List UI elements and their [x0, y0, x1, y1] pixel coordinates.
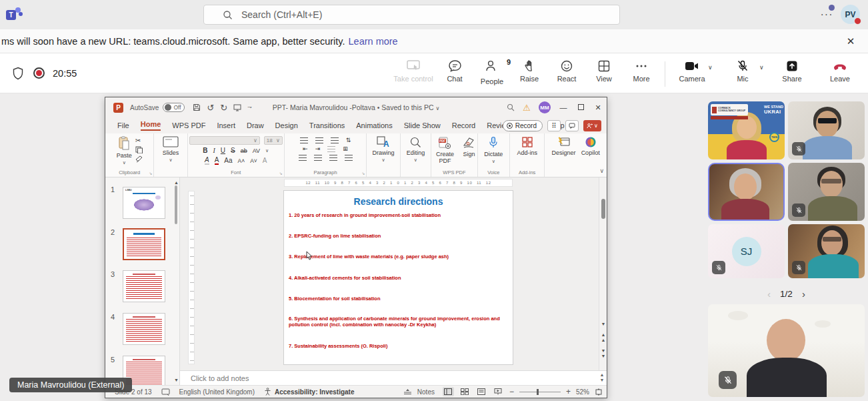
columns-icon[interactable]: [327, 146, 335, 152]
cut-icon[interactable]: ✂: [135, 137, 143, 144]
title-chevron-icon[interactable]: ∨: [435, 105, 439, 111]
format-painter-icon[interactable]: [135, 155, 143, 163]
notes-toggle-icon[interactable]: [403, 388, 412, 395]
participant-tile-2[interactable]: [788, 101, 865, 159]
camera-button[interactable]: Camera: [673, 59, 711, 89]
collapse-ribbon-icon[interactable]: ∨: [599, 167, 604, 174]
previous-slide-icon[interactable]: ▲▲: [599, 332, 607, 343]
editing-button[interactable]: Editing ∨: [407, 136, 425, 163]
slide-thumbnail-1[interactable]: LSBU: [123, 187, 165, 219]
double-strike-icon[interactable]: ab: [241, 148, 247, 154]
save-icon[interactable]: [193, 103, 201, 111]
view-button[interactable]: View: [585, 59, 623, 89]
thumbnails-scrollbar[interactable]: [175, 185, 177, 224]
clear-format-icon[interactable]: A: [263, 157, 267, 164]
zoom-out-icon[interactable]: −: [509, 387, 514, 396]
slideshow-icon[interactable]: [233, 103, 241, 111]
ppt-user-avatar[interactable]: MM: [539, 101, 551, 113]
mic-options-chevron-icon[interactable]: ∨: [759, 64, 764, 71]
slide-canvas[interactable]: Research directions 1. 20 years of resea…: [284, 191, 513, 364]
designer-button[interactable]: Designer: [552, 136, 576, 156]
tab-design[interactable]: Design: [275, 121, 298, 129]
participant-tile-large[interactable]: [708, 304, 865, 397]
warning-icon[interactable]: ⚠: [523, 103, 531, 113]
participant-tile-3-active-speaker[interactable]: [708, 163, 785, 221]
participant-tile-4[interactable]: [788, 163, 865, 221]
notes-scroll-icons[interactable]: ▲▼: [599, 372, 605, 383]
accessibility-status[interactable]: Accessibility: Investigate: [275, 388, 355, 396]
next-slide-icon[interactable]: ▼▼: [599, 348, 607, 359]
change-case-icon[interactable]: Aa: [224, 157, 232, 164]
decrease-indent-icon[interactable]: ⇤: [303, 146, 308, 152]
shrink-font-icon[interactable]: A˅: [250, 158, 257, 164]
dictate-button[interactable]: Dictate ∨: [484, 136, 503, 164]
font-launcher-icon[interactable]: ⇘: [279, 171, 283, 175]
participant-tile-1[interactable]: CORMACK CONSULTANCY GROUP WE STAND UKRAI…: [708, 101, 785, 159]
mic-button[interactable]: Mic: [724, 59, 761, 89]
slideshow-view-icon[interactable]: [493, 387, 504, 396]
undo-icon[interactable]: ↺: [207, 103, 214, 112]
leave-button[interactable]: Leave: [821, 59, 859, 89]
maximize-icon[interactable]: [576, 103, 585, 111]
numbering-icon[interactable]: [315, 137, 323, 143]
close-icon[interactable]: ✕: [593, 103, 603, 112]
minimize-icon[interactable]: —: [559, 103, 568, 111]
clipboard-launcher-icon[interactable]: ⇘: [149, 171, 152, 175]
addins-button[interactable]: Add-ins: [517, 136, 537, 156]
copy-icon[interactable]: [135, 146, 143, 153]
zoom-in-icon[interactable]: +: [566, 387, 571, 396]
qat-overflow-icon[interactable]: ⇁: [247, 105, 252, 110]
tab-draw[interactable]: Draw: [247, 121, 264, 129]
record-button[interactable]: Record: [503, 120, 543, 131]
fit-to-window-icon[interactable]: [595, 388, 603, 396]
zoom-slider-thumb[interactable]: [537, 389, 539, 395]
tab-transitions[interactable]: Transitions: [309, 121, 345, 129]
sort-text-icon[interactable]: ⇅: [346, 137, 351, 143]
language-indicator[interactable]: English (United Kingdom): [179, 388, 255, 396]
redo-icon[interactable]: ↻: [220, 103, 227, 112]
copilot-button[interactable]: Copilot: [581, 136, 600, 156]
people-button[interactable]: 9 People: [473, 59, 511, 89]
ppt-search-icon[interactable]: [507, 103, 515, 111]
display-settings-icon[interactable]: [161, 388, 170, 396]
char-spacing-icon[interactable]: AV: [253, 148, 260, 154]
comments-icon[interactable]: [565, 120, 579, 131]
bold-icon[interactable]: B: [203, 147, 207, 154]
thumbnails-scroll-up-icon[interactable]: ▲: [174, 180, 179, 185]
participant-tile-5[interactable]: SJ: [708, 224, 785, 278]
paste-button[interactable]: Paste ∨: [117, 136, 132, 165]
share-button[interactable]: Share: [773, 59, 811, 89]
tab-insert[interactable]: Insert: [217, 121, 235, 129]
notes-pane[interactable]: Click to add notes ▲▼: [180, 370, 607, 385]
zoom-slider[interactable]: [519, 392, 561, 392]
tab-wps-pdf[interactable]: WPS PDF: [172, 121, 205, 129]
tab-home[interactable]: Home: [141, 120, 161, 131]
camera-options-chevron-icon[interactable]: ∨: [708, 64, 713, 71]
create-pdf-button[interactable]: PDF Create PDF: [433, 136, 457, 164]
slide-thumbnail-2-selected[interactable]: [123, 228, 165, 260]
thumbnails-scroll-down-icon[interactable]: ▼: [174, 378, 179, 382]
increase-indent-icon[interactable]: ⇥: [315, 146, 321, 152]
strikethrough-icon[interactable]: S: [231, 147, 235, 154]
banner-close-icon[interactable]: ✕: [844, 35, 857, 48]
underline-icon[interactable]: U: [221, 147, 225, 154]
more-button[interactable]: More: [623, 59, 660, 89]
align-right-icon[interactable]: [329, 155, 337, 161]
drawing-button[interactable]: A Drawing ∨: [373, 136, 395, 163]
tab-animations[interactable]: Animations: [356, 121, 392, 129]
grow-font-icon[interactable]: A˄: [238, 158, 245, 164]
editor-scrollbar[interactable]: ▼ ▲▲ ▼▼: [599, 177, 607, 370]
search-input[interactable]: Search (Ctrl+Alt+E): [203, 5, 620, 25]
react-button[interactable]: React: [548, 59, 585, 89]
slide-thumbnail-4[interactable]: [123, 313, 165, 345]
normal-view-icon[interactable]: [443, 387, 454, 396]
notes-toggle-label[interactable]: Notes: [417, 388, 435, 396]
raise-hand-button[interactable]: Raise: [511, 59, 548, 89]
text-direction-icon[interactable]: ⊞: [343, 146, 348, 152]
autosave-toggle[interactable]: Off: [163, 103, 185, 112]
align-center-icon[interactable]: [314, 155, 322, 161]
line-spacing-icon[interactable]: [331, 137, 339, 143]
slide-thumbnail-3[interactable]: [123, 270, 165, 302]
font-size-select[interactable]: 18∨: [264, 136, 283, 145]
zoom-level[interactable]: 52%: [576, 388, 589, 396]
